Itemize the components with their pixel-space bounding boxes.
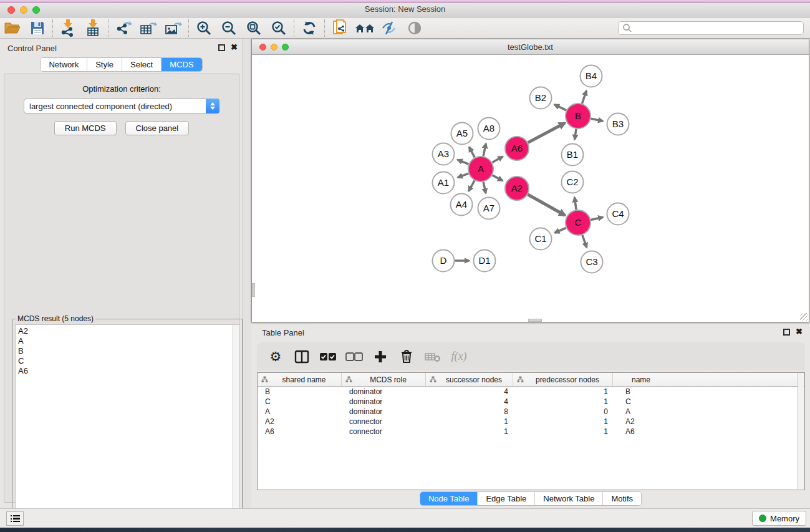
table-row[interactable]: A6connector11A6 — [258, 427, 804, 437]
graph-node-B[interactable]: B — [566, 104, 591, 128]
graph-node-B1[interactable]: B1 — [562, 144, 584, 166]
network-canvas[interactable]: AA1A2A3A4A5A6A7A8BB1B2B3B4CC1C2C3C4DD1 — [252, 56, 809, 322]
graph-edge[interactable] — [528, 195, 565, 216]
graph-edge[interactable] — [582, 90, 587, 104]
home-button[interactable] — [352, 18, 377, 38]
refresh-view-button[interactable] — [297, 18, 322, 38]
graph-edge[interactable] — [554, 105, 566, 110]
memory-button[interactable]: Memory — [752, 511, 806, 526]
graph-node-A4[interactable]: A4 — [451, 194, 473, 216]
graph-node-C2[interactable]: C2 — [562, 172, 584, 193]
graph-node-D[interactable]: D — [433, 250, 455, 272]
open-session-button[interactable] — [0, 18, 25, 38]
result-list-item[interactable]: B — [18, 346, 230, 356]
column-header-successor-nodes[interactable]: successor nodes — [426, 373, 513, 386]
deselect-all-button[interactable] — [343, 346, 365, 368]
zoom-in-button[interactable] — [191, 18, 216, 38]
graph-node-B4[interactable]: B4 — [581, 65, 602, 87]
show-graphics-details-button[interactable] — [402, 18, 427, 38]
result-list-scrollbar[interactable] — [233, 324, 240, 531]
hide-graphics-details-button[interactable] — [377, 18, 402, 38]
close-panel-button[interactable]: Close panel — [125, 121, 190, 135]
column-header-mcds-role[interactable]: MCDS role — [342, 373, 426, 386]
import-table-button[interactable] — [80, 18, 105, 38]
table-row[interactable]: Cdominator41C — [258, 397, 804, 407]
zoom-out-button[interactable] — [216, 18, 241, 38]
table-row[interactable]: Adominator80A — [258, 407, 804, 417]
tab-select[interactable]: Select — [122, 58, 162, 71]
graph-edge[interactable] — [458, 173, 468, 177]
zoom-fit-button[interactable] — [241, 18, 266, 38]
tab-edge-table[interactable]: Edge Table — [478, 492, 535, 505]
graph-edge[interactable] — [483, 143, 486, 156]
table-row[interactable]: A2connector11A2 — [258, 417, 804, 427]
table-scrollbar[interactable] — [798, 373, 804, 489]
split-view-button[interactable] — [291, 346, 313, 368]
search-input[interactable] — [632, 24, 803, 32]
graph-edge[interactable] — [528, 123, 565, 142]
delete-table-button[interactable] — [422, 346, 444, 368]
graph-node-A3[interactable]: A3 — [433, 143, 455, 165]
tab-network-table[interactable]: Network Table — [535, 492, 603, 505]
table-settings-button[interactable]: ⚙ — [264, 346, 287, 368]
result-list-item[interactable]: C — [18, 356, 230, 366]
graph-edge[interactable] — [582, 235, 587, 248]
canvas-horizontal-scroll-mark[interactable] — [528, 319, 542, 322]
tab-network[interactable]: Network — [41, 58, 87, 71]
column-header-name[interactable]: name — [613, 373, 669, 386]
select-all-button[interactable] — [317, 346, 339, 368]
close-table-panel-button[interactable]: ✖ — [796, 327, 803, 336]
graph-node-A[interactable]: A — [468, 157, 493, 181]
graph-edge[interactable] — [493, 175, 503, 181]
task-history-button[interactable] — [6, 511, 24, 526]
result-list-item[interactable]: A — [18, 336, 230, 346]
mcds-result-list[interactable]: A2ABCA6 — [15, 324, 233, 531]
tab-node-table[interactable]: Node Table — [420, 492, 478, 505]
graph-node-A5[interactable]: A5 — [451, 123, 473, 145]
graph-edge[interactable] — [591, 118, 603, 121]
function-builder-button[interactable]: f(x) — [448, 346, 470, 368]
export-network-button[interactable] — [111, 18, 136, 38]
graph-edge[interactable] — [574, 197, 576, 210]
graph-node-B2[interactable]: B2 — [530, 87, 552, 109]
export-image-button[interactable] — [161, 18, 186, 38]
close-panel-icon-button[interactable]: ✖ — [231, 42, 238, 52]
graph-node-A6[interactable]: A6 — [505, 137, 529, 160]
zoom-selected-button[interactable] — [266, 18, 291, 38]
result-list-item[interactable]: A2 — [18, 326, 230, 336]
graph-node-C[interactable]: C — [566, 210, 591, 235]
optimization-criterion-dropdown[interactable]: largest connected component (directed) — [24, 99, 219, 114]
canvas-vertical-scroll-mark[interactable] — [252, 283, 255, 297]
tab-motifs[interactable]: Motifs — [603, 492, 641, 505]
graph-node-C3[interactable]: C3 — [581, 251, 603, 273]
graph-edge[interactable] — [575, 129, 577, 140]
tab-mcds[interactable]: MCDS — [162, 58, 201, 71]
delete-column-button[interactable] — [395, 346, 418, 368]
graph-node-D1[interactable]: D1 — [474, 250, 496, 272]
import-network-button[interactable] — [55, 18, 80, 38]
graph-node-C4[interactable]: C4 — [607, 203, 629, 225]
graph-node-A7[interactable]: A7 — [478, 198, 500, 220]
graph-edge[interactable] — [469, 180, 475, 191]
save-session-button[interactable] — [25, 18, 50, 38]
window-resize-grip[interactable] — [800, 313, 808, 321]
tab-style[interactable]: Style — [87, 58, 122, 71]
run-mcds-button[interactable]: Run MCDS — [54, 121, 117, 135]
graph-node-A2[interactable]: A2 — [505, 177, 529, 200]
float-table-panel-button[interactable] — [783, 329, 790, 336]
table-row[interactable]: Bdominator41B — [258, 387, 804, 397]
export-table-button[interactable] — [136, 18, 161, 38]
add-column-button[interactable] — [369, 346, 392, 368]
graph-node-B3[interactable]: B3 — [607, 114, 629, 135]
search-field[interactable] — [618, 21, 804, 35]
column-header-predecessor-nodes[interactable]: predecessor nodes — [513, 373, 613, 386]
result-list-item[interactable]: A6 — [18, 366, 230, 376]
graph-node-A8[interactable]: A8 — [478, 118, 500, 140]
graph-edge[interactable] — [591, 217, 604, 220]
graph-edge[interactable] — [483, 182, 486, 193]
graph-edge[interactable] — [469, 147, 475, 158]
graph-edge[interactable] — [492, 157, 503, 163]
network-graph[interactable]: AA1A2A3A4A5A6A7A8BB1B2B3B4CC1C2C3C4DD1 — [252, 56, 809, 322]
graph-node-C1[interactable]: C1 — [530, 228, 552, 250]
graph-edge[interactable] — [458, 160, 469, 164]
